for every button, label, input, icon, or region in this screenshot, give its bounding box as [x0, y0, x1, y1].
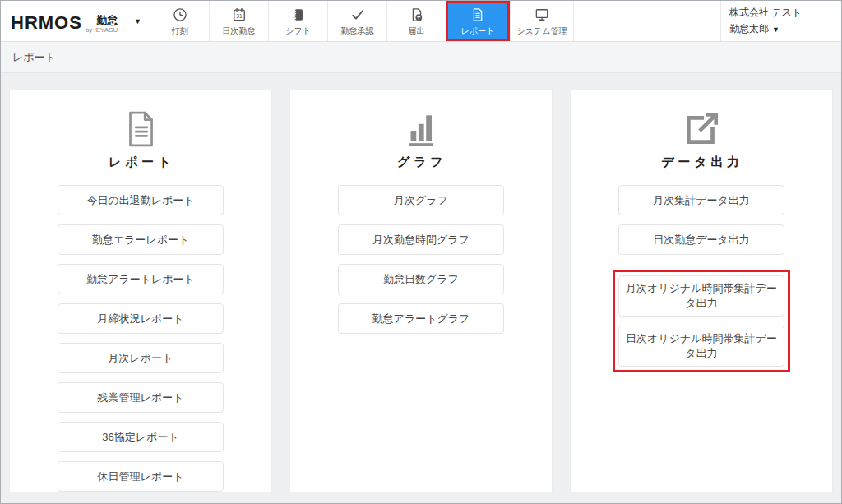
nav-item-report[interactable]: レポート: [446, 1, 510, 41]
nav-item-label: 日次勤怠: [223, 25, 256, 37]
top-navbar: HRMOS 勤怠 by IEYASU ▼ 打刻: [1, 1, 841, 42]
today-clock-in-out-report-button[interactable]: 今日の出退勤レポート: [58, 185, 224, 215]
nav-item-label: レポート: [461, 25, 495, 37]
user-name-text: 勤怠太郎: [729, 23, 769, 35]
notebook-icon: [290, 7, 307, 23]
logo[interactable]: HRMOS 勤怠 by IEYASU ▼: [1, 1, 150, 41]
breadcrumb-bar: レポート: [1, 42, 841, 73]
calendar-icon: 31: [231, 7, 248, 23]
logo-dropdown-caret-icon[interactable]: ▼: [134, 17, 141, 25]
monthly-original-timezone-summary-data-export-button[interactable]: 月次オリジナル時間帯集計データ出力: [618, 275, 784, 317]
card-data-export: データ出力 月次集計データ出力 日次勤怠データ出力 月次オリジナル時間帯集計デー…: [570, 90, 833, 492]
export-buttons: 月次集計データ出力 日次勤怠データ出力 月次オリジナル時間帯集計データ出力 日次…: [613, 185, 790, 372]
navbar-spacer: [574, 1, 720, 41]
nav-item-label: 勤怠承認: [341, 25, 374, 37]
nav-item-clock-in[interactable]: 打刻: [150, 1, 209, 41]
bar-chart-icon: [400, 109, 442, 150]
article36-agreement-report-button[interactable]: 36協定レポート: [58, 422, 224, 452]
card-graphs: グラフ 月次グラフ 月次勤怠時間グラフ 勤怠日数グラフ 勤怠アラートグラフ: [289, 90, 553, 492]
monthly-report-button[interactable]: 月次レポート: [58, 343, 224, 373]
attendance-days-graph-button[interactable]: 勤怠日数グラフ: [338, 264, 504, 294]
card-title-graphs: グラフ: [396, 155, 447, 170]
monitor-icon: [534, 7, 550, 23]
card-reports: レポート 今日の出退勤レポート 勤怠エラーレポート 勤怠アラートレポート 月締状…: [9, 90, 272, 492]
breadcrumb: レポート: [12, 50, 56, 65]
attendance-alert-graph-button[interactable]: 勤怠アラートグラフ: [338, 303, 504, 334]
nav-item-daily-attendance[interactable]: 31 日次勤怠: [209, 1, 268, 41]
nav-item-attendance-approval[interactable]: 勤怠承認: [327, 1, 386, 41]
nav-item-system-admin[interactable]: システム管理: [510, 1, 574, 41]
app-window: HRMOS 勤怠 by IEYASU ▼ 打刻: [0, 0, 842, 504]
red-annotation-box: 月次オリジナル時間帯集計データ出力 日次オリジナル時間帯集計データ出力: [613, 270, 790, 372]
nav-items: 打刻 31 日次勤怠 シフト: [150, 1, 574, 41]
user-dropdown-caret-icon[interactable]: ▼: [772, 25, 780, 34]
graph-buttons: 月次グラフ 月次勤怠時間グラフ 勤怠日数グラフ 勤怠アラートグラフ: [338, 185, 504, 334]
daily-attendance-data-export-button[interactable]: 日次勤怠データ出力: [618, 224, 784, 255]
overtime-management-report-button[interactable]: 残業管理レポート: [58, 382, 224, 413]
product-name-wrap: 勤怠 by IEYASU: [86, 9, 118, 34]
check-icon: [349, 7, 366, 23]
report-icon: [470, 7, 486, 23]
report-document-icon: [120, 109, 161, 150]
logo-text: HRMOS 勤怠 by IEYASU: [11, 9, 118, 34]
document-upload-icon: [409, 7, 425, 23]
monthly-summary-data-export-button[interactable]: 月次集計データ出力: [618, 185, 784, 215]
nav-item-label: 打刻: [172, 25, 188, 37]
clock-icon: [172, 7, 188, 23]
nav-item-label: 届出: [409, 25, 425, 37]
calendar-day-number: 31: [236, 13, 243, 19]
monthly-attendance-hours-graph-button[interactable]: 月次勤怠時間グラフ: [338, 224, 504, 255]
company-name: 株式会社 テスト: [729, 6, 841, 20]
nav-item-label: シフト: [285, 25, 311, 37]
nav-item-label: システム管理: [517, 25, 567, 37]
report-buttons: 今日の出退勤レポート 勤怠エラーレポート 勤怠アラートレポート 月締状況レポート…: [58, 185, 224, 492]
daily-original-timezone-summary-data-export-button[interactable]: 日次オリジナル時間帯集計データ出力: [618, 326, 784, 367]
holiday-management-report-button[interactable]: 休日管理レポート: [58, 461, 224, 492]
main-content: レポート 今日の出退勤レポート 勤怠エラーレポート 勤怠アラートレポート 月締状…: [1, 73, 841, 503]
card-title-reports: レポート: [107, 155, 175, 170]
user-menu[interactable]: 株式会社 テスト 勤怠太郎▼: [720, 1, 841, 41]
nav-item-shift[interactable]: シフト: [268, 1, 327, 41]
brand-name: HRMOS: [11, 14, 82, 32]
export-icon: [681, 109, 722, 150]
monthly-closing-status-report-button[interactable]: 月締状況レポート: [58, 303, 224, 334]
attendance-error-report-button[interactable]: 勤怠エラーレポート: [58, 224, 224, 255]
nav-item-request[interactable]: 届出: [386, 1, 446, 41]
user-name: 勤怠太郎▼: [729, 22, 841, 36]
card-title-data-export: データ出力: [659, 155, 743, 170]
attendance-alert-report-button[interactable]: 勤怠アラートレポート: [58, 264, 224, 294]
monthly-graph-button[interactable]: 月次グラフ: [338, 185, 504, 215]
logo-byline: by IEYASU: [86, 27, 118, 34]
product-name: 勤怠: [96, 15, 118, 25]
